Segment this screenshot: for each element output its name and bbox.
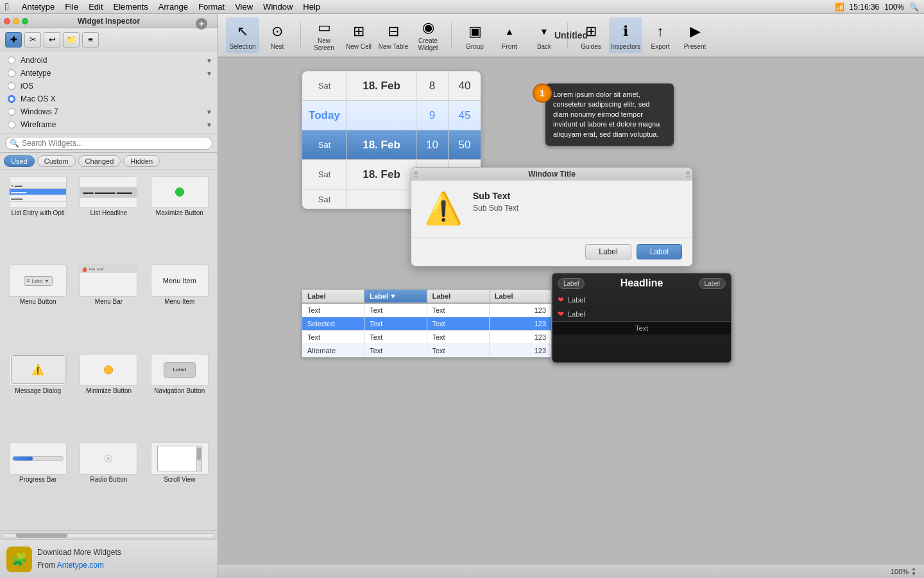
front-icon: ▲ bbox=[499, 21, 520, 42]
dialog-warning-icon: ⚠️ bbox=[424, 191, 463, 227]
widget-preview-maximize-btn bbox=[151, 176, 209, 208]
zoom-down-icon[interactable]: ▼ bbox=[911, 572, 916, 577]
widget-cell-progress-bar[interactable]: Progress Bar bbox=[3, 439, 73, 528]
widget-cell-scroll-view[interactable]: Scroll View bbox=[144, 439, 215, 528]
dark-widget[interactable]: Label Headline Label ❤ Label ❤ Label Tex… bbox=[552, 273, 732, 363]
dialog-btn-label1[interactable]: Label bbox=[585, 244, 631, 259]
menu-search-icon[interactable]: 🔍 bbox=[909, 3, 919, 12]
search-bar: 🔍 bbox=[0, 134, 218, 153]
platform-wireframe[interactable]: Wireframe ▼ bbox=[0, 118, 218, 131]
dark-list-item-0: ❤ Label bbox=[552, 293, 731, 307]
tool-list[interactable]: ≡ bbox=[82, 32, 99, 48]
tooltip-bubble: Lorem ipsum dolor sit amet, consetetur s… bbox=[545, 83, 674, 146]
platform-android[interactable]: Android ▼ bbox=[0, 54, 218, 67]
zoom-controls[interactable]: ▲ ▼ bbox=[911, 566, 916, 577]
platform-antetype[interactable]: Antetype ▼ bbox=[0, 67, 218, 80]
widget-cell-menu-bar[interactable]: 🍎FileEdit Menu Bar bbox=[73, 261, 144, 350]
widget-cell-nav-btn[interactable]: Label Navigation Button bbox=[144, 351, 215, 439]
widget-cell-minimize-btn[interactable]: Minimize Button bbox=[73, 351, 144, 439]
widget-cell-message-dialog[interactable]: ⚠️ Message Dialog bbox=[3, 351, 73, 439]
menu-file[interactable]: File bbox=[60, 2, 83, 12]
toolbar-selection-btn[interactable]: ↖ Selection bbox=[226, 17, 259, 53]
platform-windows7[interactable]: Windows 7 ▼ bbox=[0, 105, 218, 118]
toolbar-nest-btn[interactable]: ⊙ Nest bbox=[261, 17, 294, 53]
search-input[interactable] bbox=[22, 139, 208, 148]
widget-name-list-headline: List Headline bbox=[90, 209, 128, 217]
dialog-resize-left[interactable] bbox=[414, 171, 418, 177]
new-cell-label: New Cell bbox=[346, 43, 372, 50]
cal-day-today: Today bbox=[302, 101, 347, 130]
widget-cell-maximize-btn[interactable]: Maximize Button bbox=[144, 173, 215, 261]
radio-wireframe[interactable] bbox=[8, 121, 15, 128]
filter-tab-changed[interactable]: Changed bbox=[78, 155, 121, 167]
toolbar-create-widget-btn[interactable]: ◉ Create Widget bbox=[411, 17, 445, 53]
toolbar-sep-1 bbox=[300, 22, 301, 48]
radio-ios[interactable] bbox=[8, 82, 15, 90]
dialog-btn-label2[interactable]: Label bbox=[637, 244, 682, 259]
radio-macosx[interactable] bbox=[8, 95, 15, 103]
tool-folder[interactable]: 📁 bbox=[63, 32, 80, 48]
table-row-0[interactable]: Text Text Text 123 bbox=[302, 304, 551, 317]
tool-select[interactable]: ✚ bbox=[5, 32, 22, 48]
widget-cell-radio-btn[interactable]: Radio Button bbox=[73, 439, 144, 528]
widget-name-menu-item: Menu Item bbox=[164, 298, 194, 306]
table-cell-s-2: Text bbox=[427, 317, 490, 330]
table-row-selected[interactable]: Selected Text Text 123 bbox=[302, 317, 551, 331]
filter-tabs: Used Custom Changed Hidden bbox=[0, 153, 218, 170]
menu-view[interactable]: View bbox=[230, 2, 258, 12]
add-widget-button[interactable]: + bbox=[196, 18, 207, 30]
tool-arrow[interactable]: ↩ bbox=[44, 32, 60, 48]
nest-label: Nest bbox=[271, 43, 284, 50]
cal-date-3: 18. Feb bbox=[347, 160, 416, 189]
dialog-sub-sub-text: Sub Sub Text bbox=[473, 204, 680, 213]
scroll-track[interactable] bbox=[3, 533, 215, 538]
apple-menu[interactable]:  bbox=[5, 1, 9, 13]
table-cell-2-0: Text bbox=[302, 331, 364, 344]
toolbar-new-table-btn[interactable]: ⊟ New Table bbox=[377, 17, 410, 53]
radio-android[interactable] bbox=[8, 57, 15, 64]
tool-edit[interactable]: ✂ bbox=[24, 32, 41, 48]
platform-macosx[interactable]: Mac OS X bbox=[0, 92, 218, 105]
table-row-2[interactable]: Text Text Text 123 bbox=[302, 331, 551, 344]
filter-tab-custom[interactable]: Custom bbox=[37, 155, 76, 167]
toolbar-front-btn[interactable]: ▲ Front bbox=[493, 17, 526, 53]
dialog-resize-right[interactable] bbox=[686, 171, 690, 177]
minimize-button[interactable] bbox=[13, 18, 19, 24]
table-row-alternate[interactable]: Alternate Text Text 123 bbox=[302, 344, 551, 357]
widget-cell-list-entry[interactable]: ●▬▬ ▬▬▬▬ ▬▬▬ List Entry with Opti bbox=[3, 173, 73, 261]
table-widget[interactable]: Label Label ▼ Label Label Text Text Text… bbox=[302, 289, 552, 358]
tooltip-widget[interactable]: 1 Lorem ipsum dolor sit amet, consetetur… bbox=[533, 83, 674, 146]
menu-antetype[interactable]: Antetype bbox=[17, 2, 60, 12]
canvas[interactable]: Sat 18. Feb 8 40 Today 9 45 Sat 18. Feb … bbox=[218, 58, 924, 564]
widget-cell-list-headline[interactable]: ▬▬ ▬▬▬▬ ▬▬▬ List Headline bbox=[73, 173, 144, 261]
toolbar-export-btn[interactable]: ↑ Export bbox=[644, 17, 677, 53]
menu-help[interactable]: Help bbox=[298, 2, 325, 12]
filter-tab-used[interactable]: Used bbox=[4, 155, 35, 167]
menu-window[interactable]: Window bbox=[258, 2, 298, 12]
scroll-thumb[interactable] bbox=[16, 534, 67, 538]
dark-headline: Headline bbox=[620, 277, 663, 289]
menu-format[interactable]: Format bbox=[193, 2, 230, 12]
toolbar-present-btn[interactable]: ▶ Present bbox=[678, 17, 712, 53]
widget-cell-menu-btn[interactable]: ≡ Label ▼ Menu Button bbox=[3, 261, 73, 350]
platform-wireframe-arrow: ▼ bbox=[206, 121, 212, 128]
radio-windows7[interactable] bbox=[8, 108, 15, 116]
zoom-button[interactable] bbox=[22, 18, 28, 24]
toolbar-new-screen-btn[interactable]: ▭ New Screen bbox=[307, 17, 341, 53]
widget-preview-nav-btn: Label bbox=[151, 354, 209, 386]
menu-arrange[interactable]: Arrange bbox=[153, 2, 193, 12]
platform-ios[interactable]: iOS bbox=[0, 80, 218, 92]
radio-antetype[interactable] bbox=[8, 69, 15, 77]
widget-cell-menu-item[interactable]: Menu Item Menu Item bbox=[144, 261, 215, 350]
menu-elements[interactable]: Elements bbox=[108, 2, 153, 12]
menu-edit[interactable]: Edit bbox=[83, 2, 108, 12]
filter-tab-hidden[interactable]: Hidden bbox=[123, 155, 160, 167]
toolbar-inspectors-btn[interactable]: ℹ Inspectors bbox=[609, 17, 642, 53]
toolbar-new-cell-btn[interactable]: ⊞ New Cell bbox=[342, 17, 375, 53]
close-button[interactable] bbox=[4, 18, 10, 24]
dialog-widget[interactable]: Window Title ⚠️ Sub Text Sub Sub Text La… bbox=[411, 167, 693, 267]
toolbar-group-btn[interactable]: ▣ Group bbox=[458, 17, 492, 53]
download-link[interactable]: Antetype.com bbox=[57, 561, 104, 570]
widget-name-radio-btn: Radio Button bbox=[90, 476, 128, 484]
new-screen-label: New Screen bbox=[309, 37, 339, 51]
